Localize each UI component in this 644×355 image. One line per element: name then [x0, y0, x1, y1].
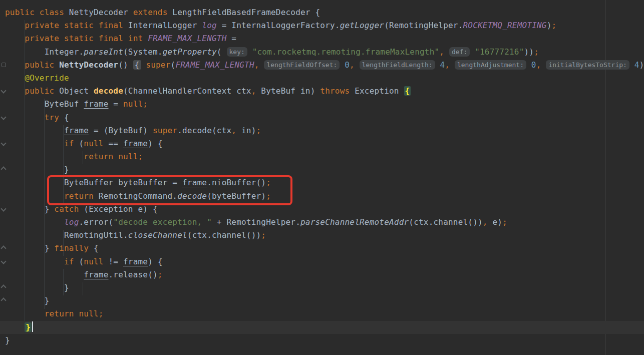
code-token-tx[interactable]: (byteBuffer) [207, 191, 266, 201]
code-token-fold[interactable]: { [133, 60, 141, 70]
code-token-tx[interactable] [5, 21, 25, 30]
code-token-tx[interactable]: = [109, 99, 124, 109]
code-token-tx[interactable] [355, 60, 360, 70]
code-token-kw[interactable]: return null; [45, 309, 104, 318]
inlay-hint[interactable]: def: [449, 47, 470, 57]
code-token-tx[interactable]: in) [236, 126, 256, 135]
code-token-tx[interactable]: RemotingCommand. [99, 191, 177, 201]
inlay-hint[interactable]: key: [227, 47, 247, 57]
code-line[interactable]: try { [0, 111, 644, 124]
code-token-num[interactable]: 4 [634, 60, 639, 70]
code-token-ann[interactable]: @Override [25, 73, 69, 83]
code-line[interactable]: } [0, 321, 644, 334]
code-token-bmatch[interactable]: } [25, 322, 32, 332]
code-line[interactable]: ByteBuffer byteBuffer = frame.nioBuffer(… [0, 176, 644, 189]
code-token-kw[interactable]: private static final [25, 21, 128, 30]
code-token-tx[interactable] [450, 60, 455, 70]
code-token-tx[interactable]: .release() [109, 270, 158, 279]
code-line[interactable]: } [0, 294, 644, 307]
code-token-tx[interactable]: ( [171, 60, 176, 70]
code-token-tx[interactable]: = [227, 34, 237, 43]
inlay-hint[interactable]: lengthAdjustment: [455, 60, 526, 70]
code-token-tx[interactable]: (System. [123, 47, 163, 57]
code-token-kw[interactable]: super [153, 126, 177, 135]
code-token-tx[interactable]: RemotingUtil. [5, 230, 128, 240]
code-token-smethod[interactable]: getProperty [163, 47, 217, 57]
code-token-kw[interactable]: private static final int [25, 34, 148, 43]
code-token-tx[interactable] [5, 86, 25, 96]
code-token-tx[interactable]: } [5, 296, 50, 305]
code-token-kw[interactable]: ; [261, 230, 266, 240]
code-token-tx[interactable]: + RemotingHelper. [212, 217, 300, 227]
code-token-field[interactable]: log [64, 217, 79, 227]
code-token-kw[interactable]: , [254, 60, 259, 70]
code-token-tx[interactable]: } [5, 165, 69, 174]
code-token-kw[interactable]: if [64, 257, 79, 266]
code-token-kw[interactable]: ; [552, 21, 557, 30]
code-token-tx[interactable]: .nioBuffer() [207, 178, 266, 187]
code-token-tx[interactable]: Exception [355, 86, 404, 96]
code-token-smethod[interactable]: getLogger [340, 21, 385, 30]
code-token-kw[interactable]: , [445, 60, 450, 70]
code-token-smethod[interactable]: parseChannelRemoteAddr [300, 217, 409, 227]
code-token-field[interactable]: FRAME_MAX_LENGTH [148, 34, 226, 43]
code-token-kw[interactable]: ; [266, 178, 271, 187]
code-token-tx[interactable] [5, 113, 45, 122]
code-token-kw[interactable]: null [84, 257, 108, 266]
code-token-kw[interactable]: return [64, 191, 99, 201]
code-line[interactable]: private static final int FRAME_MAX_LENGT… [0, 32, 644, 45]
code-token-tx[interactable] [5, 270, 84, 279]
code-token-kw[interactable]: throws [320, 86, 355, 96]
code-token-kw[interactable]: null; [123, 99, 148, 109]
code-token-tx[interactable]: (ChannelHandlerContext ctx [123, 86, 251, 96]
code-token-tx[interactable]: )) [524, 47, 534, 57]
code-line[interactable]: } [0, 163, 644, 176]
code-token-tx[interactable]: ( [79, 257, 84, 266]
code-token-tx[interactable] [5, 309, 45, 318]
code-token-tx[interactable]: InternalLogger [128, 21, 202, 30]
code-line[interactable]: public class NettyDecoder extends Length… [0, 6, 644, 19]
code-token-tx[interactable]: { [64, 113, 69, 122]
code-token-tx[interactable]: } [5, 335, 10, 345]
code-token-kw[interactable]: extends [133, 8, 173, 17]
code-token-tx[interactable]: ) { [148, 257, 163, 266]
code-token-field[interactable]: log [202, 21, 217, 30]
code-token-kw[interactable]: ; [534, 47, 539, 57]
code-token-tx[interactable]: ) [547, 21, 552, 30]
code-token-tx[interactable] [5, 152, 84, 161]
code-line[interactable]: } catch (Exception e) { [0, 203, 644, 216]
code-token-kw[interactable]: , [483, 217, 488, 227]
code-token-tx[interactable]: NettyDecoder [69, 8, 133, 17]
code-token-kw[interactable]: public [25, 86, 59, 96]
code-token-tx[interactable] [5, 34, 25, 43]
code-token-tx[interactable]: ) { [148, 139, 163, 148]
code-token-kw[interactable]: ; [158, 270, 163, 279]
code-line[interactable]: RemotingUtil.closeChannel(ctx.channel())… [0, 229, 644, 242]
code-token-tx[interactable] [5, 139, 64, 148]
code-token-tx[interactable]: ) [639, 60, 644, 70]
code-line[interactable]: Integer.parseInt(System.getProperty( key… [0, 46, 644, 59]
code-token-kw[interactable]: public class [5, 8, 69, 17]
code-token-tx[interactable]: { [94, 243, 99, 253]
code-token-tx[interactable]: .decode(ctx [177, 126, 231, 135]
code-token-tx[interactable] [444, 47, 449, 57]
code-token-tx[interactable]: } [5, 283, 69, 292]
code-token-bmatch[interactable]: { [404, 86, 411, 96]
code-token-tx[interactable]: = InternalLoggerFactory. [217, 21, 340, 30]
code-token-cdecl[interactable]: NettyDecoder [59, 60, 118, 70]
code-line[interactable]: } [0, 334, 644, 347]
code-token-smethod[interactable]: parseInt [84, 47, 123, 57]
code-token-tx[interactable]: != [109, 257, 124, 266]
code-token-kw[interactable]: ; [256, 126, 261, 135]
code-token-tx[interactable]: } [5, 204, 54, 214]
code-token-field[interactable]: ROCKETMQ_REMOTING [463, 21, 547, 30]
code-token-num[interactable]: 0 [531, 60, 536, 70]
code-line[interactable]: return null; [0, 307, 644, 320]
code-token-kw[interactable]: , [251, 86, 256, 96]
code-token-uvar[interactable]: frame [84, 270, 108, 279]
code-token-tx[interactable]: Object [59, 86, 94, 96]
code-token-tx[interactable] [5, 73, 25, 83]
code-line[interactable]: } finally { [0, 242, 644, 255]
code-line[interactable]: ByteBuf frame = null; [0, 98, 644, 111]
code-token-tx[interactable] [435, 60, 440, 70]
